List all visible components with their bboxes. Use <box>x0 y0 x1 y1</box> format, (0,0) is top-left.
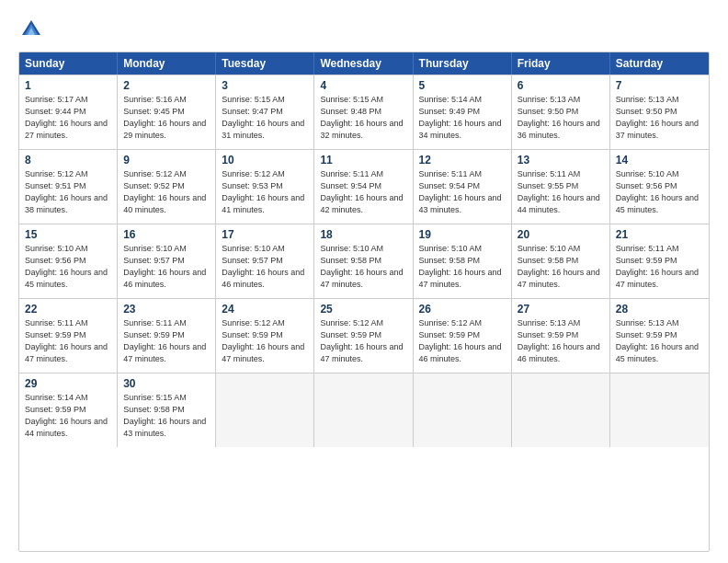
calendar-row: 29 Sunrise: 5:14 AMSunset: 9:59 PMDaylig… <box>19 373 709 447</box>
day-number: 5 <box>419 79 506 92</box>
day-number: 9 <box>123 154 210 167</box>
day-info: Sunrise: 5:11 AMSunset: 9:59 PMDaylight:… <box>616 243 703 291</box>
calendar-cell: 1 Sunrise: 5:17 AMSunset: 9:44 PMDayligh… <box>19 75 118 149</box>
day-number: 27 <box>518 303 604 316</box>
calendar-cell: 10 Sunrise: 5:12 AMSunset: 9:53 PMDaylig… <box>216 150 314 224</box>
calendar-cell: 22 Sunrise: 5:11 AMSunset: 9:59 PMDaylig… <box>19 299 118 373</box>
day-info: Sunrise: 5:14 AMSunset: 9:59 PMDaylight:… <box>25 392 111 440</box>
calendar-cell: 20 Sunrise: 5:10 AMSunset: 9:58 PMDaylig… <box>512 224 610 298</box>
weekday-header: Wednesday <box>314 52 413 75</box>
calendar-cell: 4 Sunrise: 5:15 AMSunset: 9:48 PMDayligh… <box>314 75 413 149</box>
day-info: Sunrise: 5:10 AMSunset: 9:58 PMDaylight:… <box>419 243 506 291</box>
calendar-row: 15 Sunrise: 5:10 AMSunset: 9:56 PMDaylig… <box>19 224 709 298</box>
day-number: 11 <box>320 154 406 167</box>
weekday-header: Thursday <box>414 52 512 75</box>
page: SundayMondayTuesdayWednesdayThursdayFrid… <box>0 0 728 563</box>
weekday-header: Sunday <box>19 52 118 75</box>
day-info: Sunrise: 5:10 AMSunset: 9:57 PMDaylight:… <box>222 243 308 291</box>
day-info: Sunrise: 5:11 AMSunset: 9:54 PMDaylight:… <box>320 168 406 216</box>
calendar-cell: 28 Sunrise: 5:13 AMSunset: 9:59 PMDaylig… <box>610 299 709 373</box>
day-info: Sunrise: 5:11 AMSunset: 9:55 PMDaylight:… <box>518 168 604 216</box>
day-info: Sunrise: 5:10 AMSunset: 9:58 PMDaylight:… <box>320 243 406 291</box>
day-number: 17 <box>222 228 308 241</box>
day-number: 22 <box>25 303 111 316</box>
day-info: Sunrise: 5:10 AMSunset: 9:58 PMDaylight:… <box>518 243 604 291</box>
day-number: 6 <box>518 79 604 92</box>
calendar-cell: 25 Sunrise: 5:12 AMSunset: 9:59 PMDaylig… <box>314 299 413 373</box>
day-number: 4 <box>320 79 406 92</box>
day-info: Sunrise: 5:11 AMSunset: 9:59 PMDaylight:… <box>123 317 210 365</box>
calendar-cell <box>512 373 610 447</box>
day-info: Sunrise: 5:17 AMSunset: 9:44 PMDaylight:… <box>25 94 111 142</box>
day-number: 19 <box>419 228 506 241</box>
day-info: Sunrise: 5:15 AMSunset: 9:47 PMDaylight:… <box>222 94 308 142</box>
calendar-cell <box>414 373 512 447</box>
calendar-cell: 30 Sunrise: 5:15 AMSunset: 9:58 PMDaylig… <box>118 373 216 447</box>
calendar-cell <box>314 373 413 447</box>
calendar-cell: 16 Sunrise: 5:10 AMSunset: 9:57 PMDaylig… <box>118 224 216 298</box>
calendar-cell: 23 Sunrise: 5:11 AMSunset: 9:59 PMDaylig… <box>118 299 216 373</box>
day-info: Sunrise: 5:13 AMSunset: 9:59 PMDaylight:… <box>518 317 604 365</box>
calendar-cell: 29 Sunrise: 5:14 AMSunset: 9:59 PMDaylig… <box>19 373 118 447</box>
day-number: 7 <box>616 79 703 92</box>
day-info: Sunrise: 5:10 AMSunset: 9:57 PMDaylight:… <box>123 243 210 291</box>
logo-icon <box>18 17 44 42</box>
calendar-cell: 14 Sunrise: 5:10 AMSunset: 9:56 PMDaylig… <box>610 150 709 224</box>
weekday-header: Friday <box>512 52 610 75</box>
day-number: 29 <box>25 377 111 390</box>
day-number: 20 <box>518 228 604 241</box>
day-number: 12 <box>419 154 506 167</box>
logo <box>18 17 48 42</box>
day-number: 16 <box>123 228 210 241</box>
day-number: 24 <box>222 303 308 316</box>
calendar-cell: 24 Sunrise: 5:12 AMSunset: 9:59 PMDaylig… <box>216 299 314 373</box>
calendar-row: 1 Sunrise: 5:17 AMSunset: 9:44 PMDayligh… <box>19 75 709 149</box>
calendar-cell: 5 Sunrise: 5:14 AMSunset: 9:49 PMDayligh… <box>414 75 512 149</box>
day-info: Sunrise: 5:11 AMSunset: 9:59 PMDaylight:… <box>25 317 111 365</box>
calendar-cell: 12 Sunrise: 5:11 AMSunset: 9:54 PMDaylig… <box>414 150 512 224</box>
calendar-row: 8 Sunrise: 5:12 AMSunset: 9:51 PMDayligh… <box>19 149 709 224</box>
day-info: Sunrise: 5:10 AMSunset: 9:56 PMDaylight:… <box>25 243 111 291</box>
day-info: Sunrise: 5:13 AMSunset: 9:59 PMDaylight:… <box>616 317 703 365</box>
day-number: 25 <box>320 303 406 316</box>
calendar-cell: 7 Sunrise: 5:13 AMSunset: 9:50 PMDayligh… <box>610 75 709 149</box>
calendar-row: 22 Sunrise: 5:11 AMSunset: 9:59 PMDaylig… <box>19 298 709 373</box>
day-number: 8 <box>25 154 111 167</box>
calendar-cell: 26 Sunrise: 5:12 AMSunset: 9:59 PMDaylig… <box>414 299 512 373</box>
calendar-header: SundayMondayTuesdayWednesdayThursdayFrid… <box>19 52 709 75</box>
calendar-cell: 3 Sunrise: 5:15 AMSunset: 9:47 PMDayligh… <box>216 75 314 149</box>
calendar-cell: 21 Sunrise: 5:11 AMSunset: 9:59 PMDaylig… <box>610 224 709 298</box>
calendar-cell: 8 Sunrise: 5:12 AMSunset: 9:51 PMDayligh… <box>19 150 118 224</box>
day-info: Sunrise: 5:12 AMSunset: 9:53 PMDaylight:… <box>222 168 308 216</box>
weekday-header: Saturday <box>610 52 709 75</box>
calendar-cell <box>216 373 314 447</box>
weekday-header: Monday <box>118 52 216 75</box>
weekday-header: Tuesday <box>216 52 314 75</box>
header <box>18 17 710 42</box>
day-number: 30 <box>123 377 210 390</box>
day-number: 14 <box>616 154 703 167</box>
day-info: Sunrise: 5:12 AMSunset: 9:51 PMDaylight:… <box>25 168 111 216</box>
calendar-cell: 19 Sunrise: 5:10 AMSunset: 9:58 PMDaylig… <box>414 224 512 298</box>
calendar: SundayMondayTuesdayWednesdayThursdayFrid… <box>18 52 710 552</box>
calendar-cell: 27 Sunrise: 5:13 AMSunset: 9:59 PMDaylig… <box>512 299 610 373</box>
day-number: 28 <box>616 303 703 316</box>
calendar-cell: 17 Sunrise: 5:10 AMSunset: 9:57 PMDaylig… <box>216 224 314 298</box>
day-info: Sunrise: 5:16 AMSunset: 9:45 PMDaylight:… <box>123 94 210 142</box>
day-info: Sunrise: 5:12 AMSunset: 9:59 PMDaylight:… <box>222 317 308 365</box>
calendar-cell: 2 Sunrise: 5:16 AMSunset: 9:45 PMDayligh… <box>118 75 216 149</box>
day-number: 10 <box>222 154 308 167</box>
day-number: 26 <box>419 303 506 316</box>
day-number: 3 <box>222 79 308 92</box>
calendar-cell: 9 Sunrise: 5:12 AMSunset: 9:52 PMDayligh… <box>118 150 216 224</box>
calendar-cell <box>610 373 709 447</box>
day-info: Sunrise: 5:13 AMSunset: 9:50 PMDaylight:… <box>616 94 703 142</box>
day-info: Sunrise: 5:10 AMSunset: 9:56 PMDaylight:… <box>616 168 703 216</box>
day-info: Sunrise: 5:12 AMSunset: 9:59 PMDaylight:… <box>320 317 406 365</box>
calendar-cell: 18 Sunrise: 5:10 AMSunset: 9:58 PMDaylig… <box>314 224 413 298</box>
day-number: 15 <box>25 228 111 241</box>
calendar-cell: 13 Sunrise: 5:11 AMSunset: 9:55 PMDaylig… <box>512 150 610 224</box>
day-info: Sunrise: 5:15 AMSunset: 9:58 PMDaylight:… <box>123 392 210 440</box>
calendar-cell: 6 Sunrise: 5:13 AMSunset: 9:50 PMDayligh… <box>512 75 610 149</box>
calendar-cell: 15 Sunrise: 5:10 AMSunset: 9:56 PMDaylig… <box>19 224 118 298</box>
